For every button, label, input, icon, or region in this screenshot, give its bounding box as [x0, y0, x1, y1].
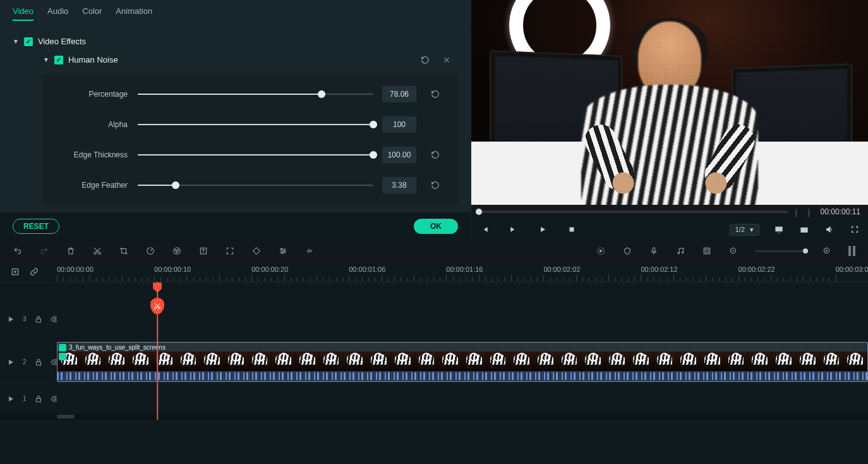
- human-noise-params: Percentage Alpha Edge Thickness: [43, 75, 458, 205]
- caret-down-icon[interactable]: ▼: [13, 38, 19, 45]
- tab-video[interactable]: Video: [13, 6, 33, 21]
- svg-point-8: [175, 250, 176, 251]
- play-icon[interactable]: [537, 224, 548, 235]
- tab-color[interactable]: Color: [82, 6, 102, 21]
- svg-point-9: [178, 250, 179, 251]
- video-effects-header[interactable]: ▼ ✓ Video Effects: [13, 37, 458, 46]
- tab-animation[interactable]: Animation: [116, 6, 152, 21]
- svg-rect-1: [776, 227, 783, 231]
- color-icon[interactable]: [172, 246, 182, 256]
- preview-transport: 1/2▾: [471, 219, 868, 240]
- ruler-label: 00:00:00:00: [57, 266, 93, 273]
- speed-icon[interactable]: [145, 246, 155, 256]
- expand-icon[interactable]: [225, 246, 235, 256]
- ruler-label: 00:00:02:22: [738, 266, 775, 273]
- delete-icon[interactable]: [66, 246, 76, 256]
- effects-panel: Video Audio Color Animation ▼ ✓ Video Ef…: [0, 0, 471, 240]
- track-1-header: 1: [0, 384, 57, 413]
- timeline-ruler[interactable]: 00:00:00:0000:00:00:1000:00:00:2000:00:0…: [57, 262, 868, 282]
- video-effects-title: Video Effects: [38, 37, 86, 46]
- ok-button[interactable]: OK: [414, 219, 458, 234]
- svg-point-3: [803, 229, 805, 231]
- close-icon[interactable]: [442, 55, 452, 65]
- volume-icon[interactable]: [824, 224, 835, 235]
- reset-percentage-icon[interactable]: [430, 89, 440, 99]
- svg-point-10: [176, 252, 178, 253]
- timeline-zoom-slider[interactable]: [755, 250, 805, 252]
- svg-point-26: [54, 318, 56, 321]
- alpha-value[interactable]: [382, 116, 416, 133]
- tab-audio[interactable]: Audio: [47, 6, 68, 21]
- cut-icon[interactable]: [92, 246, 102, 256]
- text-icon[interactable]: [198, 246, 208, 256]
- caret-down-icon[interactable]: ▼: [43, 56, 49, 63]
- track-3-header: 3: [0, 298, 57, 340]
- step-back-icon[interactable]: [479, 224, 490, 235]
- svg-rect-25: [36, 319, 40, 322]
- video-effects-checkbox[interactable]: ✓: [24, 37, 33, 46]
- percentage-label: Percentage: [56, 90, 138, 99]
- fullscreen-icon[interactable]: [849, 224, 860, 235]
- percentage-slider[interactable]: [138, 89, 373, 99]
- lock-icon[interactable]: [34, 315, 43, 324]
- zoom-select[interactable]: 1/2▾: [730, 224, 759, 236]
- alpha-slider[interactable]: [138, 119, 373, 130]
- reset-edge-thickness-icon[interactable]: [430, 150, 440, 160]
- video-clip[interactable]: 3_fun_ways_to_use_split_screens: [57, 342, 868, 382]
- edge-feather-label: Edge Feather: [56, 181, 138, 190]
- zoom-in-icon[interactable]: [822, 246, 832, 256]
- edge-feather-value[interactable]: [382, 177, 416, 193]
- link-icon[interactable]: [29, 267, 39, 277]
- ruler-label: 00:00:01:06: [349, 266, 385, 273]
- human-noise-header[interactable]: ▼ ✓ Human Noise: [43, 55, 458, 64]
- zoom-out-icon[interactable]: [728, 246, 738, 256]
- snapshot-icon[interactable]: [799, 224, 810, 235]
- percentage-value[interactable]: [382, 86, 416, 102]
- display-icon[interactable]: [773, 224, 785, 235]
- redo-icon[interactable]: [39, 246, 49, 256]
- lock-icon[interactable]: [34, 358, 43, 367]
- mic-icon[interactable]: [649, 246, 659, 256]
- edge-thickness-value[interactable]: [382, 147, 416, 163]
- add-track-icon[interactable]: [10, 267, 20, 277]
- lock-icon[interactable]: [34, 394, 43, 403]
- adjust-icon[interactable]: [278, 246, 288, 256]
- crop-icon[interactable]: [119, 246, 129, 256]
- track-height-icon[interactable]: [848, 246, 855, 256]
- svg-rect-29: [36, 398, 40, 401]
- playhead-handle[interactable]: [153, 283, 162, 293]
- edge-thickness-slider[interactable]: [138, 150, 373, 160]
- track-2-header: 2: [0, 341, 57, 383]
- svg-point-23: [155, 307, 157, 309]
- preview-viewport[interactable]: [471, 0, 868, 205]
- reset-effect-icon[interactable]: [420, 55, 430, 65]
- marker-icon[interactable]: [622, 246, 632, 256]
- svg-point-24: [159, 307, 160, 309]
- ruler-label: 00:00:00:10: [154, 266, 191, 273]
- reset-button[interactable]: RESET: [13, 219, 59, 234]
- track-play-icon[interactable]: [6, 315, 15, 324]
- undo-icon[interactable]: [13, 246, 23, 256]
- edge-feather-slider[interactable]: [138, 180, 373, 190]
- audio-icon[interactable]: [304, 246, 315, 256]
- music-icon[interactable]: [675, 246, 685, 256]
- mixer-icon[interactable]: [702, 246, 712, 256]
- render-icon[interactable]: [596, 246, 606, 256]
- preview-scrub-bar[interactable]: { } 00:00:00:11: [471, 205, 868, 219]
- step-forward-icon[interactable]: [508, 224, 519, 235]
- human-noise-title: Human Noise: [68, 55, 118, 64]
- mark-braces: { }: [795, 207, 814, 217]
- svg-rect-16: [653, 248, 655, 252]
- timeline-h-scrollbar[interactable]: [0, 413, 868, 420]
- stop-icon[interactable]: [566, 224, 577, 235]
- human-noise-checkbox[interactable]: ✓: [54, 56, 63, 64]
- keyframe-icon[interactable]: [251, 246, 262, 256]
- preview-panel: { } 00:00:00:11 1/2▾: [471, 0, 868, 240]
- track-play-icon[interactable]: [6, 394, 15, 403]
- svg-point-7: [174, 248, 181, 255]
- track-play-icon[interactable]: [6, 358, 15, 367]
- reset-edge-feather-icon[interactable]: [430, 180, 440, 190]
- clip-effect-badge-icon: [59, 344, 66, 351]
- svg-point-4: [94, 252, 97, 255]
- ruler-label: 00:00:02:12: [641, 266, 677, 273]
